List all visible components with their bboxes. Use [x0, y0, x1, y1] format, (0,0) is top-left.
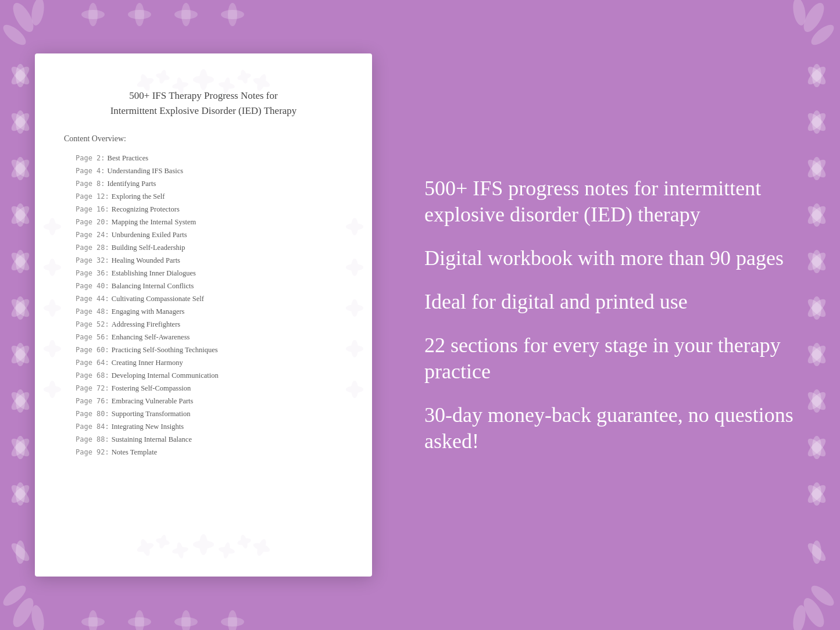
svg-point-125: [44, 305, 61, 312]
svg-point-116: [237, 537, 252, 546]
toc-item: Page 88:Sustaining Internal Balance: [64, 433, 343, 446]
svg-point-107: [139, 538, 152, 557]
svg-point-128: [49, 381, 56, 398]
svg-point-139: [346, 386, 363, 393]
svg-point-94: [155, 72, 170, 81]
svg-point-32: [812, 64, 821, 87]
svg-point-134: [351, 299, 358, 317]
svg-point-127: [44, 345, 61, 352]
svg-point-138: [351, 381, 358, 398]
toc-list: Page 2:Best PracticesPage 4:Understandin…: [64, 152, 343, 459]
svg-point-89: [800, 595, 828, 630]
toc-item: Page 36:Establishing Inner Dialogues: [64, 267, 343, 280]
feature-text-1: Digital workbook with more than 90 pages: [424, 245, 811, 271]
content-overview-label: Content Overview:: [64, 134, 343, 144]
svg-point-124: [49, 299, 56, 317]
svg-point-118: [252, 541, 271, 554]
toc-item: Page 4:Understanding IFS Basics: [64, 164, 343, 177]
toc-item: Page 72:Fostering Self-Compassion: [64, 382, 343, 395]
svg-point-112: [193, 540, 214, 549]
toc-item: Page 84:Integrating New Insights: [64, 420, 343, 433]
toc-item: Page 60:Practicing Self-Soothing Techniq…: [64, 343, 343, 356]
svg-point-90: [791, 604, 807, 630]
toc-item: Page 64:Creating Inner Harmony: [64, 356, 343, 369]
feature-text-2: Ideal for digital and printed use: [424, 289, 811, 315]
svg-point-123: [44, 264, 61, 271]
toc-item: Page 12:Exploring the Self: [64, 190, 343, 203]
toc-item: Page 52:Addressing Firefighters: [64, 318, 343, 331]
svg-point-109: [158, 534, 167, 549]
svg-point-36: [805, 110, 828, 134]
svg-point-122: [49, 259, 56, 276]
svg-point-37: [805, 110, 828, 134]
svg-point-99: [199, 69, 208, 90]
toc-item: Page 80:Supporting Transformation: [64, 407, 343, 420]
svg-point-84: [791, 0, 807, 26]
svg-point-34: [805, 64, 828, 87]
svg-point-114: [218, 546, 235, 555]
svg-point-102: [237, 72, 252, 81]
toc-item: Page 2:Best Practices: [64, 152, 343, 164]
toc-item: Page 48:Engaging with Managers: [64, 305, 343, 318]
svg-point-106: [136, 541, 155, 554]
toc-item: Page 32:Healing Wounded Parts: [64, 254, 343, 267]
svg-point-136: [351, 340, 358, 357]
svg-point-133: [346, 264, 363, 271]
svg-point-131: [346, 223, 363, 230]
svg-point-95: [158, 69, 167, 84]
svg-point-62: [812, 540, 821, 564]
svg-point-85: [808, 22, 837, 48]
toc-item: Page 8:Identifying Parts: [64, 177, 343, 190]
toc-item: Page 16:Recognizing Protectors: [64, 203, 343, 216]
svg-point-35: [812, 110, 821, 134]
watermark-left: [41, 198, 64, 432]
document-card: 500+ IFS Therapy Progress Notes for Inte…: [35, 53, 372, 577]
svg-point-129: [44, 386, 61, 393]
toc-item: Page 28:Building Self-Leadership: [64, 241, 343, 254]
svg-point-104: [252, 76, 271, 89]
toc-item: Page 68:Developing Internal Communicatio…: [64, 369, 343, 382]
watermark-bottom: [35, 530, 372, 565]
svg-point-103: [240, 69, 249, 84]
svg-point-117: [240, 534, 249, 549]
toc-item: Page 20:Mapping the Internal System: [64, 216, 343, 228]
svg-point-91: [808, 582, 837, 609]
toc-item: Page 24:Unburdening Exiled Parts: [64, 228, 343, 241]
toc-item: Page 44:Cultivating Compassionate Self: [64, 292, 343, 305]
svg-point-98: [193, 76, 214, 84]
svg-point-120: [49, 218, 56, 235]
svg-point-113: [199, 534, 208, 555]
toc-item: Page 56:Enhancing Self-Awareness: [64, 331, 343, 343]
toc-item: Page 92:Notes Template: [64, 446, 343, 459]
svg-point-126: [49, 340, 56, 357]
svg-point-137: [346, 345, 363, 352]
feature-text-0: 500+ IFS progress notes for intermittent…: [424, 176, 811, 228]
document-title: 500+ IFS Therapy Progress Notes for Inte…: [64, 88, 343, 118]
features-panel: 500+ IFS progress notes for intermittent…: [407, 141, 840, 489]
svg-point-63: [805, 540, 828, 564]
svg-point-115: [223, 542, 231, 559]
watermark-right: [343, 198, 366, 432]
svg-point-83: [800, 0, 828, 35]
svg-point-135: [346, 305, 363, 312]
toc-item: Page 40:Balancing Internal Conflicts: [64, 280, 343, 292]
svg-point-108: [155, 537, 170, 546]
feature-text-4: 30-day money-back guarantee, no question…: [424, 402, 811, 454]
document-panel: 500+ IFS Therapy Progress Notes for Inte…: [0, 0, 407, 630]
svg-point-111: [176, 542, 185, 559]
svg-point-33: [805, 64, 828, 87]
toc-item: Page 76:Embracing Vulnerable Parts: [64, 395, 343, 407]
svg-point-110: [171, 546, 188, 555]
svg-point-119: [255, 538, 268, 557]
svg-point-132: [351, 259, 358, 276]
svg-point-92: [136, 76, 155, 89]
svg-point-130: [351, 218, 358, 235]
feature-text-3: 22 sections for every stage in your ther…: [424, 332, 811, 385]
svg-point-121: [44, 223, 61, 230]
